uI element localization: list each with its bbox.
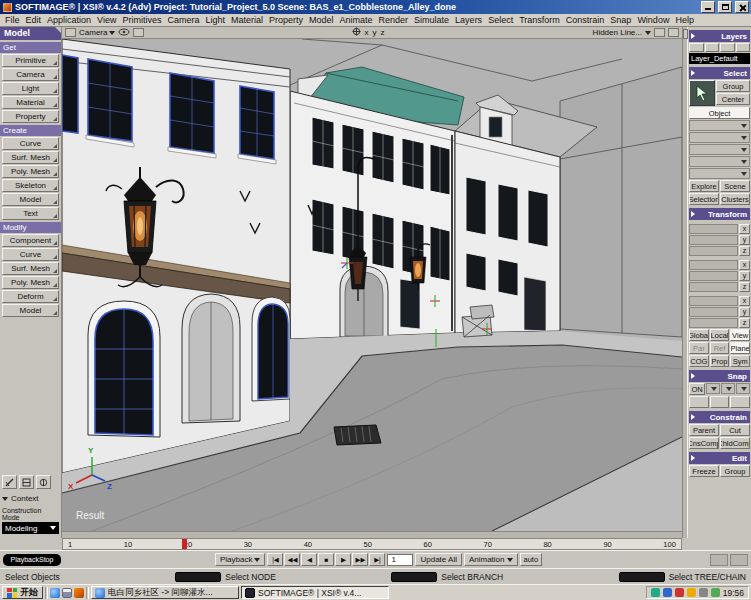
tool-button[interactable]: Curve <box>2 137 59 150</box>
maximize-button[interactable] <box>718 1 732 13</box>
current-layer-dropdown[interactable]: Layer_Default <box>689 53 750 64</box>
camera-view-menu[interactable]: Camera <box>79 28 115 37</box>
tool-button[interactable]: Material <box>2 96 59 109</box>
snap-target-dropdown[interactable] <box>721 383 735 394</box>
transport-button[interactable]: ■ <box>318 553 334 566</box>
cnscomp-button[interactable]: CnsComp <box>689 437 719 449</box>
scene-button[interactable]: Scene <box>720 180 750 192</box>
menu-item[interactable]: Transform <box>516 15 563 25</box>
menu-item[interactable]: Model <box>306 15 337 25</box>
playback-extra-button[interactable] <box>730 554 748 566</box>
snap-target-dropdown[interactable] <box>736 383 750 394</box>
edit-panel-header[interactable]: Edit <box>689 452 750 464</box>
tool-button[interactable]: Poly. Mesh <box>2 165 59 178</box>
tool-icon-button[interactable] <box>19 475 34 489</box>
layer-tool-button[interactable] <box>689 43 704 52</box>
viewport-resize-icon[interactable] <box>65 28 76 37</box>
par-mode-button[interactable]: Par <box>689 342 709 354</box>
selection-filter-dropdown[interactable] <box>689 144 750 155</box>
menu-item[interactable]: Render <box>376 15 412 25</box>
clusters-button[interactable]: Clusters <box>720 193 750 205</box>
tool-button[interactable]: Surf. Mesh <box>2 262 59 275</box>
playback-stop-button[interactable]: PlaybackStop <box>3 554 61 566</box>
transform-value-slider[interactable] <box>689 224 738 234</box>
sym-button[interactable]: Sym <box>730 355 750 367</box>
tray-icon[interactable] <box>675 588 684 597</box>
snap-on-button[interactable]: ON <box>689 383 705 395</box>
selection-filter-dropdown[interactable] <box>689 168 750 179</box>
menu-item[interactable]: View <box>94 15 119 25</box>
target-icon[interactable] <box>352 27 361 38</box>
visibility-eye-icon[interactable] <box>118 28 130 38</box>
local-mode-button[interactable]: Local <box>710 329 730 341</box>
playback-extra-button[interactable] <box>710 554 728 566</box>
autokey-toggle[interactable]: auto <box>520 553 543 566</box>
context-menu[interactable]: Context <box>2 494 59 503</box>
layer-tool-button[interactable] <box>720 43 735 52</box>
transform-axis-button[interactable]: x <box>739 224 750 234</box>
tray-icon[interactable] <box>651 588 660 597</box>
select-panel-header[interactable]: Select <box>689 67 750 79</box>
transform-value-slider[interactable] <box>689 282 738 292</box>
viewport-option-icon[interactable] <box>654 28 665 37</box>
cut-button[interactable]: Cut <box>720 424 750 436</box>
transform-axis-button[interactable]: x <box>739 296 750 306</box>
selection-tool-button[interactable] <box>689 80 715 106</box>
tool-button[interactable]: Text <box>2 207 59 220</box>
menu-item[interactable]: Constrain <box>563 15 608 25</box>
tool-button[interactable]: Curve <box>2 248 59 261</box>
minimize-button[interactable] <box>701 1 715 13</box>
construction-mode-dropdown[interactable]: Modeling <box>2 522 59 534</box>
tool-button[interactable]: Model <box>2 193 59 206</box>
timeline-playhead[interactable] <box>182 539 187 549</box>
transform-axis-button[interactable]: y <box>739 307 750 317</box>
quicklaunch-desktop-icon[interactable] <box>62 588 72 598</box>
global-mode-button[interactable]: Global <box>689 329 709 341</box>
taskbar-task-browser[interactable]: 电白同乡社区 -> 间聊灌水... <box>91 586 239 599</box>
menu-item[interactable]: Material <box>228 15 266 25</box>
transport-button[interactable]: |◀ <box>267 553 283 566</box>
menu-item[interactable]: Property <box>266 15 306 25</box>
transform-panel-header[interactable]: Transform <box>689 208 750 220</box>
cog-button[interactable]: COG <box>689 355 709 367</box>
transform-value-slider[interactable] <box>689 296 738 306</box>
axis-toggle[interactable]: x <box>364 28 370 37</box>
tool-button[interactable]: Model <box>2 304 59 317</box>
menu-item[interactable]: Select <box>485 15 516 25</box>
ref-mode-button[interactable]: Ref <box>710 342 730 354</box>
tool-button[interactable]: Skeleton <box>2 179 59 192</box>
layers-panel-header[interactable]: Layers <box>689 30 750 42</box>
menu-item[interactable]: Light <box>202 15 228 25</box>
viewport-3d-scene[interactable]: X Y Z Result <box>62 39 682 531</box>
tray-icon[interactable] <box>699 588 708 597</box>
transport-button[interactable]: ◀ <box>301 553 317 566</box>
transform-value-slider[interactable] <box>689 246 738 256</box>
menu-item[interactable]: Layers <box>452 15 485 25</box>
timeline-ruler[interactable]: 1102030405060708090100 <box>62 538 682 550</box>
selection-filter-dropdown[interactable] <box>689 120 750 131</box>
snap-option-button[interactable] <box>730 396 750 408</box>
transport-button[interactable]: ▶| <box>369 553 385 566</box>
freeze-button[interactable]: Freeze <box>689 465 719 477</box>
layer-tool-button[interactable] <box>705 43 720 52</box>
current-frame-field[interactable]: 1 <box>387 554 413 566</box>
menu-item[interactable]: Primitives <box>119 15 164 25</box>
tool-button[interactable]: Component <box>2 234 59 247</box>
menu-item[interactable]: Simulate <box>411 15 452 25</box>
snap-option-button[interactable] <box>689 396 709 408</box>
menu-item[interactable]: Window <box>634 15 672 25</box>
lock-icon[interactable] <box>133 28 144 37</box>
edit-group-button[interactable]: Group <box>720 465 750 477</box>
explore-button[interactable]: Explore <box>689 180 719 192</box>
plane-mode-button[interactable]: Plane <box>730 342 750 354</box>
snap-option-button[interactable] <box>710 396 730 408</box>
tool-button[interactable]: Property <box>2 110 59 123</box>
layer-tool-button[interactable] <box>736 43 751 52</box>
object-mode-button[interactable]: Object <box>689 107 750 119</box>
transform-value-slider[interactable] <box>689 318 738 328</box>
tray-icon[interactable] <box>663 588 672 597</box>
group-button[interactable]: Group <box>716 80 750 92</box>
menu-item[interactable]: Animate <box>337 15 376 25</box>
viewport-maximize-icon[interactable] <box>668 28 679 37</box>
menu-item[interactable]: Camera <box>164 15 202 25</box>
